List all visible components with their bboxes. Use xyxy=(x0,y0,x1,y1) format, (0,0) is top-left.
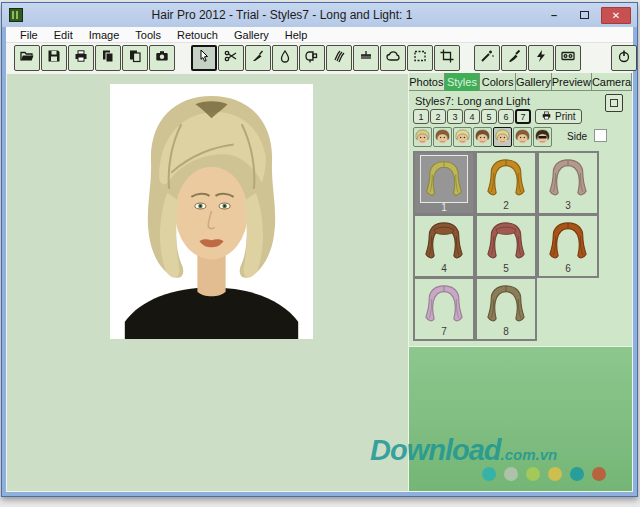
hair-style-3[interactable]: 3 xyxy=(537,151,599,215)
face-thumbnail xyxy=(534,128,551,146)
hairdryer-button[interactable] xyxy=(299,45,325,71)
menu-image[interactable]: Image xyxy=(81,29,128,41)
camera-icon xyxy=(154,48,170,68)
tab-gallery[interactable]: Gallery xyxy=(516,73,552,91)
save-icon xyxy=(46,48,62,68)
menu-tools[interactable]: Tools xyxy=(127,29,169,41)
face-model-2-button[interactable] xyxy=(433,127,452,147)
comb-button[interactable] xyxy=(353,45,379,71)
face-model-7-button[interactable] xyxy=(533,127,552,147)
brush-icon xyxy=(506,48,522,68)
tab-colors[interactable]: Colors xyxy=(480,73,516,91)
side-label: Side xyxy=(567,131,587,142)
tab-camera[interactable]: Camera xyxy=(592,73,632,91)
style-page-7[interactable]: 7 xyxy=(515,109,531,124)
magic-wand-button[interactable] xyxy=(474,45,500,71)
face-thumbnail xyxy=(414,128,431,146)
style-page-6[interactable]: 6 xyxy=(498,109,514,124)
hair-strands-icon xyxy=(331,48,347,68)
print-button[interactable]: Print xyxy=(535,109,582,124)
face-model-6-button[interactable] xyxy=(513,127,532,147)
eyedropper-button[interactable] xyxy=(245,45,271,71)
portrait-photo[interactable] xyxy=(110,84,313,339)
crop-button[interactable] xyxy=(434,45,460,71)
menu-gallery[interactable]: Gallery xyxy=(226,29,277,41)
menu-bar: FileEditImageToolsRetouchGalleryHelp xyxy=(6,27,633,43)
print-button[interactable] xyxy=(68,45,94,71)
face-thumbnail xyxy=(514,128,531,146)
hair-thumbnail xyxy=(545,218,591,264)
selected-thumb-frame xyxy=(420,155,468,203)
dock-panel-button[interactable] xyxy=(605,94,623,112)
hair-style-4[interactable]: 4 xyxy=(413,214,475,278)
open-folder-button[interactable] xyxy=(14,45,40,71)
style-page-2[interactable]: 2 xyxy=(430,109,446,124)
hair-thumbnail xyxy=(545,155,591,201)
side-checkbox[interactable] xyxy=(594,129,607,142)
face-model-4-button[interactable] xyxy=(473,127,492,147)
hair-thumbnail xyxy=(483,218,529,264)
face-model-5-button[interactable] xyxy=(493,127,512,147)
magic-wand-icon xyxy=(479,48,495,68)
menu-file[interactable]: File xyxy=(12,29,46,41)
style-page-1[interactable]: 1 xyxy=(413,109,429,124)
copy-button[interactable] xyxy=(95,45,121,71)
printer-icon xyxy=(541,110,552,123)
hair-thumbnail xyxy=(421,218,467,264)
hair-thumbnail xyxy=(483,155,529,201)
face-thumbnail xyxy=(494,128,511,146)
comb-icon xyxy=(358,48,374,68)
hair-style-number: 5 xyxy=(503,264,509,274)
face-model-3-button[interactable] xyxy=(453,127,472,147)
hair-style-6[interactable]: 6 xyxy=(537,214,599,278)
close-button[interactable]: ✕ xyxy=(601,7,631,24)
hair-style-5[interactable]: 5 xyxy=(475,214,537,278)
face-model-1-button[interactable] xyxy=(413,127,432,147)
lightning-button[interactable] xyxy=(528,45,554,71)
save-button[interactable] xyxy=(41,45,67,71)
minimize-button[interactable]: – xyxy=(541,7,567,24)
tab-styles[interactable]: Styles xyxy=(445,73,481,91)
style-page-5[interactable]: 5 xyxy=(481,109,497,124)
style-page-3[interactable]: 3 xyxy=(447,109,463,124)
scissors-button[interactable] xyxy=(218,45,244,71)
pointer-button[interactable] xyxy=(191,45,217,71)
hair-style-2[interactable]: 2 xyxy=(475,151,537,215)
hair-style-number: 3 xyxy=(565,201,571,211)
power-button[interactable] xyxy=(611,45,637,71)
brush-button[interactable] xyxy=(501,45,527,71)
hair-strands-button[interactable] xyxy=(326,45,352,71)
cassette-icon xyxy=(560,48,576,68)
maximize-button[interactable] xyxy=(571,7,597,24)
camera-button[interactable] xyxy=(149,45,175,71)
lasso-cloud-button[interactable] xyxy=(380,45,406,71)
menu-help[interactable]: Help xyxy=(277,29,316,41)
side-panel: PhotosStylesColorsGalleryPreviewCamera S… xyxy=(408,73,633,492)
hair-style-8[interactable]: 8 xyxy=(475,277,537,341)
hair-style-7[interactable]: 7 xyxy=(413,277,475,341)
workspace: PhotosStylesColorsGalleryPreviewCamera S… xyxy=(6,73,633,492)
droplet-button[interactable] xyxy=(272,45,298,71)
cassette-button[interactable] xyxy=(555,45,581,71)
app-icon xyxy=(9,8,23,22)
hair-style-1[interactable]: 1 xyxy=(413,151,475,215)
menu-edit[interactable]: Edit xyxy=(46,29,81,41)
tab-preview[interactable]: Preview xyxy=(552,73,592,91)
crop-icon xyxy=(439,48,455,68)
paste-icon xyxy=(127,48,143,68)
tab-photos[interactable]: Photos xyxy=(409,73,445,91)
style-page-buttons: 1234567Print xyxy=(413,109,582,124)
dock-icon xyxy=(610,99,618,107)
droplet-icon xyxy=(277,48,293,68)
rect-select-button[interactable] xyxy=(407,45,433,71)
style-page-4[interactable]: 4 xyxy=(464,109,480,124)
hair-style-number: 4 xyxy=(441,264,447,274)
paste-button[interactable] xyxy=(122,45,148,71)
scissors-icon xyxy=(223,48,239,68)
panel-lower-area xyxy=(409,346,632,491)
editing-canvas[interactable] xyxy=(6,73,410,492)
menu-retouch[interactable]: Retouch xyxy=(169,29,226,41)
hair-style-number: 8 xyxy=(503,327,509,337)
styles-header: Styles7: Long and Light xyxy=(415,95,530,107)
hair-style-grid: 1 2 3 4 5 6 7 8 xyxy=(414,152,602,341)
